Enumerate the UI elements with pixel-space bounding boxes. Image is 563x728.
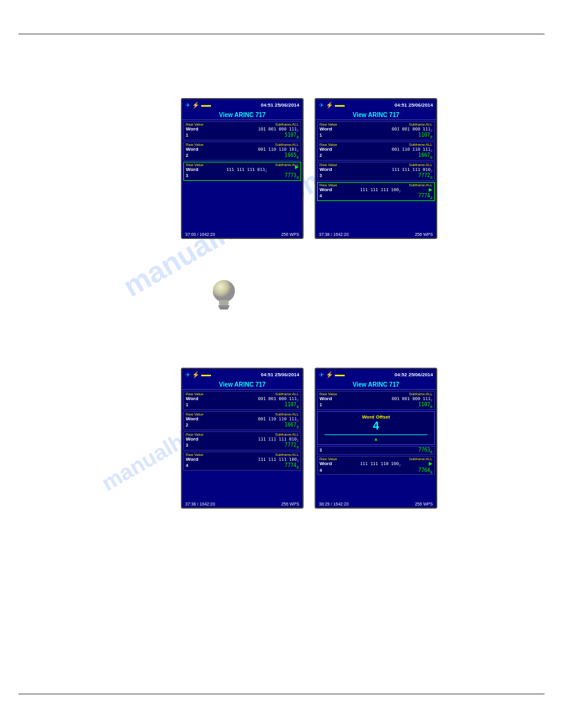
word-num: 1 (186, 133, 188, 137)
word-row: Word 111 111 111 0102 (320, 167, 432, 173)
plane-icon: ✈ (185, 102, 190, 108)
octal-val: 77748 (418, 193, 432, 200)
octal-val: 77728 (418, 173, 432, 180)
binary-val: 111 111 111 1002 (360, 188, 400, 193)
subframe-label: Subframe:ALL (409, 163, 432, 167)
binary-val: 001 110 110 1112 (392, 147, 432, 153)
network-icon: ⚡ (326, 371, 333, 378)
bottom-row-screens: ✈ ⚡ ▬▬ 04:51 25/06/2014 View ARINC 717 R… (181, 368, 437, 509)
svg-point-0 (213, 280, 235, 302)
word-row: Word 001 001 000 1112 (320, 396, 432, 402)
octal-val: 51078 (285, 132, 299, 139)
network-icon: ⚡ (192, 102, 199, 108)
word-block-3: Raw Value Subframe:ALL Word 111 111 111 … (183, 162, 301, 181)
word-num-row: 3 77728 (186, 442, 299, 449)
word-block-4: Raw Value Subframe:ALL Word 111 111 110 … (317, 456, 435, 475)
footer-position: 37:00 / 1642:20 (185, 232, 215, 237)
header-icons: ✈ ⚡ ▬▬ (319, 102, 345, 108)
word-label: Word (320, 126, 332, 132)
screen-header: ✈ ⚡ ▬▬ 04:51 25/06/2014 (182, 369, 302, 380)
word-offset-title: Word Offset (320, 414, 432, 420)
bulb-svg (210, 279, 237, 306)
octal-val: 16658 (285, 153, 299, 159)
word-block-1: Raw Value Subframe:ALL Word 001 001 000 … (317, 121, 435, 140)
footer-position: 37:38 / 1642:20 (319, 232, 349, 237)
battery-icon: ▬▬ (201, 102, 211, 108)
svg-rect-4 (220, 308, 228, 309)
word-row: Word 111 111 110 1002 ▶ (320, 461, 432, 467)
word-row: Word 001 001 000 1112 (320, 126, 432, 132)
network-icon: ⚡ (192, 371, 199, 378)
word-num: 4 (320, 468, 322, 472)
octal-val: 11078 (418, 132, 432, 139)
top-left-screen: ✈ ⚡ ▬▬ 04:51 25/06/2014 View ARINC 717 R… (181, 98, 304, 239)
binary-val: 001 001 000 1112 (392, 127, 432, 132)
plane-icon: ✈ (319, 102, 324, 108)
word-label: Word (186, 396, 198, 401)
screen-header: ✈ ⚡ ▬▬ 04:51 25/06/2014 (182, 99, 302, 110)
word-row: Word 001 110 110 1112 (186, 416, 299, 422)
word-num: 3 (186, 173, 188, 178)
subframe-label: Subframe:ALL (409, 392, 432, 396)
svg-rect-2 (218, 305, 229, 307)
binary-val: 111 111 111 0102 (258, 437, 299, 442)
word-block-1: Raw Value Subframe:ALL Word 101 001 000 … (183, 121, 301, 140)
screen-title: View ARINC 717 (182, 110, 302, 120)
svg-rect-1 (219, 300, 229, 305)
word-offset-dialog: Word Offset 4 ▲ (317, 411, 435, 445)
arrow-indicator: ▶ (429, 187, 432, 192)
word-num-row: 1 11078 (320, 402, 432, 409)
header-icons: ✈ ⚡ ▬▬ (319, 371, 345, 378)
header-time: 04:51 25/06/2014 (394, 102, 433, 108)
header-time: 04:51 25/06/2014 (261, 102, 299, 108)
octal-val: 77748 (285, 463, 299, 469)
octal-val: 77728 (285, 442, 299, 449)
bottom-border (18, 694, 545, 694)
word-num-row: 3 77728 (320, 173, 432, 180)
subframe-label: Subframe:ALL (275, 143, 299, 146)
screen-footer: 37:38 / 1642:20 256 WPS (182, 502, 302, 506)
arrow-indicator: ▶ (429, 461, 432, 466)
binary-val: 101 001 000 1112 (258, 127, 299, 132)
octal-val: 16678 (418, 153, 432, 159)
word-row: Word 001 001 000 1112 (186, 396, 299, 402)
word-offset-line (324, 434, 427, 435)
word-label: Word (320, 461, 332, 466)
word-offset-value: 4 (320, 420, 432, 433)
footer-position: 38:29 / 1642:20 (319, 502, 349, 506)
octal-val: 77648 (418, 468, 432, 474)
word-row: Word 001 110 110 1012 (186, 146, 299, 153)
header-time: 04:51 25/06/2014 (261, 372, 299, 377)
word-label: Word (320, 146, 332, 152)
word-num: 4 (320, 194, 322, 198)
binary-val: 001 110 110 1012 (258, 147, 299, 153)
word-num: 1 (186, 403, 188, 407)
octal-val: 77738 (285, 173, 299, 180)
word-num-row: 2 16658 (186, 153, 299, 159)
bottom-left-screen: ✈ ⚡ ▬▬ 04:51 25/06/2014 View ARINC 717 R… (181, 368, 304, 509)
binary-val: 111 111 110 1002 (360, 461, 400, 467)
screen-title: View ARINC 717 (316, 110, 436, 120)
word-label: Word (186, 436, 198, 442)
screen-header: ✈ ⚡ ▬▬ 04:51 25/06/2014 (316, 99, 436, 110)
top-right-screen: ✈ ⚡ ▬▬ 04:51 25/06/2014 View ARINC 717 R… (315, 98, 437, 239)
subframe-label: Subframe:ALL (409, 143, 432, 146)
word-block-3: Raw Value Subframe:ALL Word 111 111 111 … (183, 431, 301, 450)
arrow-indicator: ▶ (295, 164, 299, 169)
word-block-2: Raw Value Subframe:ALL Word 001 110 110 … (183, 142, 301, 161)
subframe-label: Subframe:ALL (275, 433, 299, 436)
bottom-right-screen: ✈ ⚡ ▬▬ 04:52 25/06/2014 View ARINC 717 R… (315, 368, 437, 509)
word-num: 2 (320, 153, 322, 157)
footer-wps: 256 WPS (281, 502, 299, 506)
octal-val: 11078 (418, 402, 432, 409)
word-num-row: 2 16678 (320, 153, 432, 159)
word-num: 4 (186, 463, 188, 468)
word-row: Word 001 110 110 1112 (320, 146, 432, 153)
header-icons: ✈ ⚡ ▬▬ (185, 102, 211, 108)
plane-icon: ✈ (185, 371, 190, 378)
word-block-1: Raw Value Subframe:ALL Word 001 001 000 … (183, 391, 301, 410)
word-block-2: Raw Value Subframe:ALL Word 001 110 110 … (183, 411, 301, 430)
top-border (18, 34, 545, 34)
word-num: 3 (320, 448, 322, 452)
battery-icon: ▬▬ (335, 102, 345, 108)
